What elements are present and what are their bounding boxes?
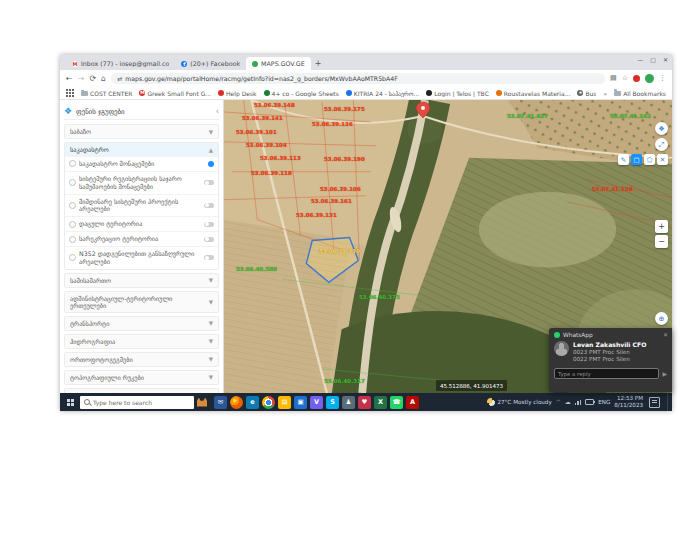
media-icon[interactable]: ♥ [358,396,371,409]
browser-window: MInbox (77) - iosep@gmail.cof(20+) Faceb… [60,55,672,411]
chrome-icon[interactable] [262,396,275,409]
layer-item[interactable]: N352 დადგენილებით განსაზღვრული არეალები [65,246,218,269]
browser-tab[interactable]: MAPS.GOV.GE [246,57,311,70]
side-panel-icon[interactable]: ▤ [610,75,617,82]
weather-temp: 27°C [497,399,511,405]
layer-section-header[interactable]: ტრანსპორტი▼ [65,317,218,330]
network-icon[interactable] [575,400,582,405]
back-button[interactable]: ← [66,75,73,83]
profile-avatar[interactable] [645,74,654,83]
map-fullscreen-button[interactable]: ⤢ [655,138,668,151]
edge-icon[interactable]: e [246,396,259,409]
action-center-icon[interactable] [649,397,660,408]
layer-enabled-dot[interactable] [208,161,214,167]
tray-expand-chevron[interactable]: ^ [556,399,561,405]
close-button[interactable]: ✕ [663,56,668,63]
layer-item[interactable]: სარეკრეაციო ტერიტორია [65,231,218,246]
bookmark-item[interactable]: KITRIA 24 - საჰაერო... [346,90,419,97]
layer-toggle-switch[interactable] [204,222,214,227]
layer-radio-icon[interactable] [69,236,76,243]
layer-section-header[interactable]: საკადასტრო▲ [65,143,218,156]
taskbar-clock[interactable]: 12:53 PM 8/11/2023 [614,395,643,408]
map-basemap-button[interactable]: ❖ [655,122,668,135]
all-bookmarks-button[interactable]: All Bookmarks [614,90,666,97]
bookmark-item[interactable]: Help Desk [218,90,257,97]
layer-section-header[interactable]: სამისამართო▼ [65,274,218,287]
show-desktop-button[interactable] [667,393,670,411]
browser-tab[interactable]: MInbox (77) - iosep@gmail.co [66,57,175,70]
draw-rectangle-button[interactable]: ▢ [631,154,642,165]
reload-button[interactable]: ⟳ [89,75,96,83]
layer-section-header[interactable]: საბაზო▼ [65,125,218,138]
skype-icon[interactable]: S [326,396,339,409]
bookmarks-overflow-button[interactable]: » [603,90,607,97]
bookmark-item[interactable]: MGreek Small Font G... [139,90,211,97]
home-button[interactable]: ⌂ [101,75,106,83]
bookmark-item[interactable]: COST CENTER [81,90,132,97]
apps-grid-icon[interactable] [66,89,74,97]
sidebar-collapse-button[interactable]: ‹ [216,107,219,116]
layer-item[interactable]: დაცული ტერიტორია [65,216,218,231]
layer-toggle-switch[interactable] [204,203,214,208]
layer-radio-icon[interactable] [69,179,76,186]
layer-radio-icon[interactable] [69,160,76,167]
cursor-coordinates: 45.512886, 41.901473 [436,380,507,391]
site-favicon-icon [218,90,224,96]
forward-button[interactable]: → [78,75,85,83]
adblock-extension-icon[interactable] [633,75,640,82]
language-indicator[interactable]: ENG [598,399,610,405]
geolocate-button[interactable]: ⊕ [655,312,668,325]
battery-icon[interactable] [585,399,594,405]
minimize-button[interactable]: — [637,56,643,63]
onedrive-icon[interactable]: ☁ [565,399,571,405]
excel-icon[interactable]: X [374,396,387,409]
browser-menu-icon[interactable]: ⋮ [659,75,666,82]
whatsapp-notification[interactable]: WhatsApp ✕ Levan Zakashvili CFO 0023 PMT… [549,328,672,392]
bookmark-star-icon[interactable]: ☆ [622,75,628,82]
draw-polygon-button[interactable]: ⬠ [644,154,655,165]
people-icon[interactable]: ♟ [342,396,355,409]
address-bar[interactable]: ⇄ maps.gov.ge/map/portalHome/racmg/getIn… [111,73,605,84]
layer-item[interactable]: სისტემური რეგისტრაციის საჯარო სამუშაოები… [65,171,218,194]
layer-toggle-switch[interactable] [204,255,214,260]
layer-item[interactable]: საკადასტრო მონაცემები [65,156,218,171]
viber-icon[interactable]: V [310,396,323,409]
send-icon[interactable]: ▶ [662,370,667,377]
taskbar-search-input[interactable]: Type here to search [80,396,194,409]
site-favicon-icon: ★ [577,90,583,96]
start-button[interactable] [60,399,80,406]
weather-widget[interactable]: 27°C Mostly cloudy [487,398,551,406]
file-explorer-icon[interactable]: ▤ [278,396,291,409]
zoom-out-button[interactable]: − [655,235,668,248]
layer-radio-icon[interactable] [69,221,76,228]
bookmark-item[interactable]: ★Business [577,90,596,97]
layer-toggle-switch[interactable] [204,180,214,185]
layer-item-label: N352 დადგენილებით განსაზღვრული არეალები [79,250,201,266]
zoom-in-button[interactable]: + [655,220,668,233]
bookmark-item[interactable]: 4+ co - Google Sheets [264,90,339,97]
layer-section-header[interactable]: ორთოფოტოგეგმები▼ [65,353,218,366]
parcel-code-label: 53.06.40.317 [324,378,365,384]
bookmark-item[interactable]: Roustavelas Materia... [496,90,571,97]
new-tab-button[interactable]: + [315,59,322,70]
maximize-button[interactable]: ▢ [650,56,656,63]
layer-section-header[interactable]: ადმინისტრაციულ-ტერიტორიული ერთეულები▼ [65,292,218,312]
browser-tab[interactable]: f(20+) Facebook [175,57,246,70]
reply-input[interactable]: Type a reply [554,368,659,379]
mail-app-icon[interactable]: ✉ [214,396,227,409]
layer-radio-icon[interactable] [69,202,76,209]
draw-pencil-button[interactable]: ✎ [618,154,629,165]
firefox-icon[interactable] [230,396,243,409]
layer-toggle-switch[interactable] [204,237,214,242]
photos-icon[interactable]: ▣ [294,396,307,409]
layer-item[interactable]: მიმდინარე სისტემური პროექტის არეალები [65,194,218,217]
parcel-code-label: 53.06.39.175 [324,106,365,112]
layer-radio-icon[interactable] [69,254,76,261]
draw-clear-button[interactable]: ✕ [657,154,668,165]
whatsapp-icon[interactable]: ☎ [390,396,403,409]
layer-section-header[interactable]: ჰიდროგრაფია▼ [65,335,218,348]
layer-section-header[interactable]: ტოპოგრაფიული რუკები▼ [65,371,218,384]
bookmark-item[interactable]: Login | Telos | TBC [426,90,489,97]
acrobat-icon[interactable]: A [406,396,419,409]
notification-close-icon[interactable]: ✕ [663,331,668,338]
